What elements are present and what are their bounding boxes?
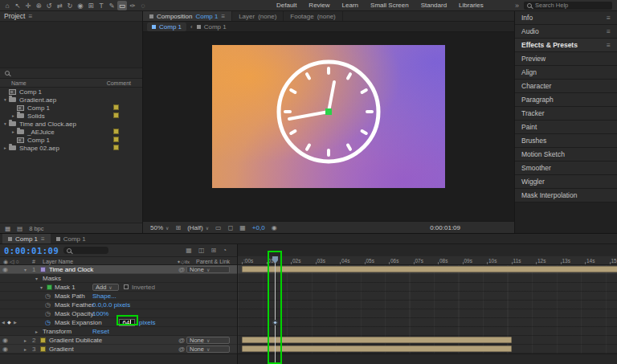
tool-icon[interactable]: ◌ [138, 1, 148, 10]
panel-header[interactable]: Smoother [515, 162, 617, 175]
mask-name[interactable]: Mask 1 [55, 283, 76, 292]
viewer-canvas[interactable] [143, 32, 514, 221]
grid-guides-icon[interactable]: ⊞ [175, 224, 181, 231]
project-item[interactable]: Comp 1 [0, 104, 142, 112]
label-color-swatch[interactable] [113, 145, 119, 150]
panel-header[interactable]: Mask Interpolation [515, 189, 617, 202]
tab-layer[interactable]: Layer (none) [232, 11, 284, 21]
tool-icon[interactable]: ⇄ [55, 1, 64, 10]
panel-menu-icon[interactable]: ≡ [607, 41, 611, 49]
twirl-icon[interactable]: ▸ [2, 145, 9, 150]
property-row-mask-path[interactable]: ◷ Mask Path Shape... [0, 292, 237, 301]
project-item-label[interactable]: Comp 1 [27, 104, 50, 112]
column-number[interactable]: # [32, 259, 35, 264]
project-search-input[interactable] [0, 68, 142, 79]
project-item[interactable]: ▸ _AEJuice [0, 128, 142, 136]
parent-dropdown[interactable]: None∨ [186, 266, 230, 273]
project-render-icon[interactable]: ▤ [17, 225, 22, 232]
pickwhip-icon[interactable]: @ [178, 345, 185, 354]
panel-header[interactable]: Paragraph [515, 93, 617, 107]
composition-flowchart-icon[interactable]: ▦ [186, 247, 192, 254]
layer-row-gradient[interactable]: ◉ ▸ 3 Gradient @ None∨ [0, 345, 237, 354]
project-item[interactable]: ▾ Gradient.aep [0, 96, 142, 104]
parent-dropdown[interactable]: None∨ [186, 337, 230, 344]
panel-menu-icon[interactable]: ≡ [41, 235, 45, 243]
inverted-checkbox[interactable] [124, 284, 129, 289]
tool-icon[interactable]: ⊕ [34, 1, 43, 10]
exposure-value[interactable]: +0,0 [252, 224, 265, 231]
tab-composition[interactable]: Composition Comp 1 ≡ [143, 11, 232, 21]
tool-icon[interactable]: T [96, 1, 106, 10]
color-depth-indicator[interactable]: 8 bpc [29, 225, 43, 232]
project-flowchart-icon[interactable]: ▦ [5, 225, 10, 232]
layer-color-swatch[interactable] [40, 337, 46, 343]
time-ruler[interactable]: :00s01s02s03s04s05s06s07s08s09s10s11s12s… [238, 256, 617, 265]
group-row-transform[interactable]: ▸ Transform Reset [0, 327, 237, 336]
resolution-dropdown[interactable]: (Half)∨ [187, 224, 209, 231]
label-color-swatch[interactable] [113, 129, 119, 134]
group-name[interactable]: Transform [43, 327, 72, 336]
current-time-display[interactable]: 0:00:01:09 [4, 246, 59, 256]
layer-color-swatch[interactable] [40, 346, 46, 352]
workspace-tab[interactable]: Default [276, 2, 296, 9]
tool-icon[interactable]: ↻ [65, 1, 75, 10]
frame-blend-icon[interactable]: ⊞ [210, 247, 216, 254]
twirl-icon[interactable]: ▸ [10, 129, 17, 134]
project-item-label[interactable]: Shape 02.aep [19, 145, 59, 152]
workspace-tab[interactable]: Small Screen [370, 2, 409, 9]
property-name[interactable]: Mask Path [55, 292, 85, 301]
workspace-tab[interactable]: Standard [421, 2, 447, 9]
project-item-label[interactable]: Gradient.aep [19, 96, 56, 104]
property-name[interactable]: Mask Expansion [55, 318, 102, 327]
layer-name[interactable]: Time and Clock [49, 265, 93, 274]
panel-header[interactable]: Paint [515, 121, 617, 134]
panel-menu-icon[interactable]: ≡ [607, 27, 611, 35]
tool-icon[interactable]: ✛ [23, 1, 33, 10]
layer-color-swatch[interactable] [40, 267, 46, 272]
group-row-masks[interactable]: ▾ Masks [0, 274, 237, 283]
mask-color-swatch[interactable] [47, 284, 52, 290]
tool-icon[interactable]: ↖ [13, 1, 22, 10]
timeline-tab-comp1[interactable]: Comp 1 ≡ [2, 234, 51, 243]
panel-header[interactable]: Audio ≡ [515, 25, 617, 39]
panel-header[interactable]: Wiggler [515, 175, 617, 189]
twirl-icon[interactable]: ▸ [10, 113, 17, 118]
column-name[interactable]: Name [11, 80, 27, 86]
tab-footage[interactable]: Footage (none) [284, 11, 342, 21]
project-column-headers[interactable]: Name Comment [0, 79, 142, 88]
eye-icon[interactable]: ◉ [2, 345, 8, 354]
timeline-graph-area[interactable]: :00s01s02s03s04s05s06s07s08s09s10s11s12s… [237, 244, 617, 364]
panel-header[interactable]: Motion Sketch [515, 148, 617, 162]
panel-header[interactable]: Align [515, 66, 617, 80]
project-item-label[interactable]: Comp 1 [27, 137, 50, 144]
label-color-swatch[interactable] [113, 112, 119, 118]
keyframe-diamond-icon[interactable]: ◆ [7, 318, 11, 327]
project-item[interactable]: Comp 1 [0, 88, 142, 96]
layer-row-gradient-dublicate[interactable]: ◉ ▸ 2 Gradient Dublicate @ None∨ [0, 336, 237, 345]
layer-name[interactable]: Gradient [49, 345, 74, 354]
comp-nav-crumb[interactable]: Comp 1 [204, 23, 227, 31]
tool-icon[interactable]: ✑ [128, 1, 137, 10]
project-item[interactable]: ▸ Solids [0, 112, 142, 120]
panel-menu-icon[interactable]: ≡ [221, 13, 225, 20]
stopwatch-icon-active[interactable]: ◷ [45, 318, 51, 327]
layer-row-time-and-clock[interactable]: ◉ ▾ 1 Time and Clock @ None∨ [0, 265, 237, 274]
property-row-mask-feather[interactable]: ◷ Mask Feather 0.0,0.0 pixels [0, 301, 237, 309]
composition-frame[interactable] [212, 45, 445, 188]
panel-overflow-icon[interactable]: » [515, 2, 519, 10]
layer-duration-bar[interactable] [242, 266, 617, 272]
layer-name[interactable]: Gradient Dublicate [49, 336, 102, 345]
panel-header[interactable]: Effects & Presets ≡ [515, 39, 617, 52]
reset-link[interactable]: Reset [92, 327, 109, 336]
panel-header[interactable]: Character [515, 80, 617, 93]
tool-icon[interactable]: ◉ [76, 1, 85, 10]
column-layer-name[interactable]: Layer Name [43, 259, 73, 264]
project-item[interactable]: ▸ Shape 02.aep [0, 144, 142, 152]
project-item-label[interactable]: Comp 1 [19, 88, 42, 96]
tool-icon[interactable]: ⌂ [2, 1, 12, 10]
parent-dropdown[interactable]: None∨ [186, 346, 230, 353]
column-comment[interactable]: Comment [107, 80, 131, 86]
panel-header[interactable]: Info ≡ [515, 11, 617, 25]
workspace-tab[interactable]: Learn [342, 2, 358, 9]
project-item[interactable]: Comp 1 [0, 136, 142, 144]
